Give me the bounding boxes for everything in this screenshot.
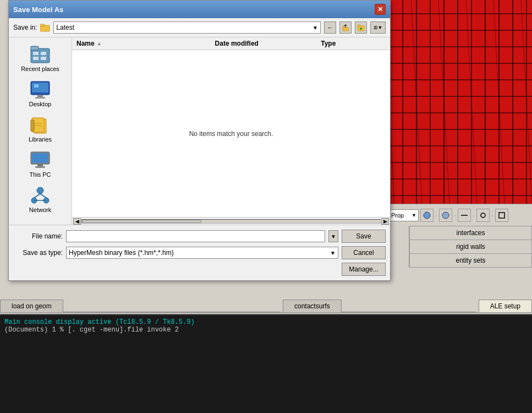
svg-rect-46 xyxy=(31,46,39,50)
save-as-type-row: Save as type: HyperMesh binary files (*.… xyxy=(13,246,386,259)
right-panel: interfaces rigid walls entity sets xyxy=(409,226,532,268)
recent-places-icon xyxy=(29,45,51,64)
sidebar-item-thispc[interactable]: This PC xyxy=(11,148,69,181)
sidebar-item-libraries-label: Libraries xyxy=(29,136,52,143)
svg-rect-49 xyxy=(33,57,39,60)
svg-marker-40 xyxy=(344,24,347,26)
svg-rect-55 xyxy=(34,84,39,88)
manage-button[interactable]: Manage... xyxy=(342,263,386,276)
save-as-type-value: HyperMesh binary files (*.hm*,*.hm) xyxy=(69,249,174,257)
col-type-label: Type xyxy=(321,40,336,47)
nav-up-icon xyxy=(342,24,349,31)
file-list-panel: Name ▲ Date modified Type No items match… xyxy=(72,37,390,225)
svg-line-68 xyxy=(34,194,40,198)
console-line-1: Main console display active (Tcl8.5.9 / … xyxy=(4,318,528,326)
nav-up-button[interactable] xyxy=(339,21,352,34)
col-name-sort-icon: ▲ xyxy=(97,41,102,46)
save-in-dropdown[interactable]: Latest ▼ xyxy=(53,21,321,34)
save-in-folder-icon xyxy=(40,23,50,32)
svg-point-30 xyxy=(424,212,430,219)
scrollbar-left-btn[interactable]: ◀ xyxy=(73,218,81,225)
sidebar-item-desktop-label: Desktop xyxy=(29,101,51,107)
bottom-tabs: load on geom contactsurfs ALE setup xyxy=(0,298,532,313)
save-in-dropdown-arrow: ▼ xyxy=(312,25,318,31)
tab-load-on-geom[interactable]: load on geom xyxy=(0,300,63,312)
manage-row: Manage... xyxy=(13,263,386,276)
svg-rect-45 xyxy=(31,48,50,63)
sidebar-item-libraries[interactable]: Libraries xyxy=(11,112,69,145)
nav-new-folder-button[interactable] xyxy=(355,21,367,34)
console-area: Main console display active (Tcl8.5.9 / … xyxy=(0,314,532,413)
toolbar-icon-4[interactable] xyxy=(476,209,490,222)
dialog-body: Recent places Desktop xyxy=(9,37,390,225)
tab-contactsurfs[interactable]: contactsurfs xyxy=(283,300,342,312)
save-in-label: Save in: xyxy=(13,24,37,31)
save-in-value: Latest xyxy=(56,24,74,31)
file-list-empty: No items match your search. xyxy=(72,50,390,217)
toolbar-icon-5[interactable] xyxy=(495,209,508,222)
file-name-label: File name: xyxy=(13,232,63,240)
svg-rect-53 xyxy=(35,97,45,99)
save-dialog: Save Model As ✕ Save in: Latest ▼ ← xyxy=(8,0,391,281)
cancel-button[interactable]: Cancel xyxy=(342,246,386,259)
scrollbar-track[interactable] xyxy=(81,219,381,224)
nav-back-button[interactable]: ← xyxy=(324,21,336,34)
nav-back-icon: ← xyxy=(327,24,333,31)
svg-point-65 xyxy=(37,187,43,194)
svg-rect-54 xyxy=(32,83,48,93)
dialog-titlebar: Save Model As ✕ xyxy=(9,1,390,18)
file-name-dropdown-arrow[interactable]: ▼ xyxy=(328,230,338,242)
horizontal-scrollbar[interactable]: ◀ ▶ xyxy=(72,217,390,225)
sidebar-item-thispc-label: This PC xyxy=(29,171,51,178)
svg-point-33 xyxy=(481,213,485,218)
sidebar-item-network-label: Network xyxy=(29,206,51,213)
scrollbar-right-btn[interactable]: ▶ xyxy=(381,218,389,225)
toolbar-separator4: · xyxy=(491,211,493,220)
file-list-header: Name ▲ Date modified Type xyxy=(72,37,390,50)
save-in-row: Save in: Latest ▼ ← xyxy=(9,18,390,37)
svg-rect-62 xyxy=(32,153,48,163)
rigid-walls-button[interactable]: rigid walls xyxy=(409,240,532,253)
save-as-type-arrow: ▼ xyxy=(330,250,336,256)
sidebar-item-recent-label: Recent places xyxy=(21,66,59,72)
svg-rect-34 xyxy=(499,213,504,218)
svg-line-69 xyxy=(40,194,46,198)
toolbar-separator2: · xyxy=(454,211,456,220)
file-name-input[interactable] xyxy=(66,230,325,242)
toolbar-icon-1[interactable] xyxy=(420,209,434,222)
sidebar-item-desktop[interactable]: Desktop xyxy=(11,77,69,110)
dialog-title: Save Model As xyxy=(13,6,63,14)
desktop-icon xyxy=(29,80,51,100)
tab-ale-setup[interactable]: ALE setup xyxy=(479,300,532,312)
new-folder-icon xyxy=(357,24,365,31)
col-name-label: Name xyxy=(76,40,95,47)
thispc-icon xyxy=(29,150,51,170)
toolbar-separator: · xyxy=(435,211,437,220)
entity-sets-button[interactable]: entity sets xyxy=(409,253,532,268)
dialog-close-button[interactable]: ✕ xyxy=(375,4,386,15)
nav-views-button[interactable]: ⊞▼ xyxy=(370,21,386,34)
svg-rect-48 xyxy=(41,52,46,55)
save-as-type-dropdown[interactable]: HyperMesh binary files (*.hm*,*.hm) ▼ xyxy=(66,247,338,259)
svg-rect-64 xyxy=(35,166,45,168)
save-button[interactable]: Save xyxy=(342,230,386,243)
scrollbar-thumb[interactable] xyxy=(82,220,201,223)
save-as-type-label: Save as type: xyxy=(13,249,63,257)
svg-rect-47 xyxy=(33,52,39,55)
network-icon xyxy=(29,186,51,205)
svg-rect-36 xyxy=(40,24,45,26)
toolbar-icon-2[interactable] xyxy=(439,209,452,222)
svg-rect-58 xyxy=(31,120,34,131)
file-name-row: File name: ▼ Save xyxy=(13,230,386,243)
svg-rect-42 xyxy=(358,25,360,26)
views-dropdown-icon: ⊞▼ xyxy=(374,25,383,30)
dialog-form: File name: ▼ Save Save as type: HyperMes… xyxy=(9,225,390,280)
toolbar-icon-3[interactable] xyxy=(458,209,471,222)
console-line-2: (Documents) 1 % [. cget -menu].file invo… xyxy=(4,326,528,334)
toolbar-area: By Prop ▼ · · · · xyxy=(378,204,532,226)
sidebar-item-recent[interactable]: Recent places xyxy=(11,42,69,75)
empty-message-text: No items match your search. xyxy=(189,130,273,138)
interfaces-button[interactable]: interfaces xyxy=(409,226,532,240)
dialog-sidebar: Recent places Desktop xyxy=(9,37,72,225)
sidebar-item-network[interactable]: Network xyxy=(11,183,69,216)
